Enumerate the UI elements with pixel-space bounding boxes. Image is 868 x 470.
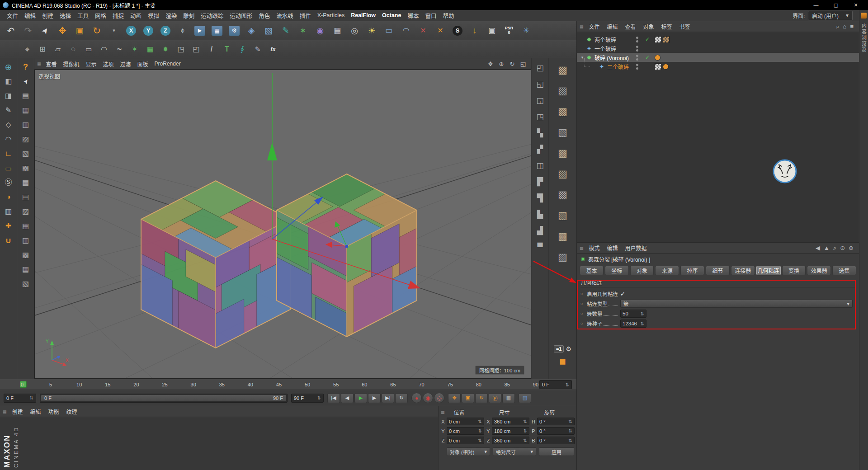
play-forward-button[interactable]: ▶ [354, 393, 367, 403]
coordinate-field[interactable]: H 0 °⇅ [531, 418, 575, 425]
zoom-view-icon[interactable]: ⊕ [496, 61, 507, 67]
dock-palette-icon[interactable]: ▞ [533, 141, 548, 157]
interface-select[interactable]: 启动 (用户) ▾ [808, 11, 853, 20]
helix-spline-button[interactable]: ∮ [235, 42, 250, 56]
viewport-menu-item[interactable]: 面板 [134, 60, 151, 68]
go-to-end-button[interactable]: ▶| [382, 393, 394, 403]
menu-item[interactable]: 脚本 [404, 11, 422, 20]
dock-palette-icon[interactable]: ▚ [533, 125, 548, 141]
menu-item[interactable]: 运动跟踪 [198, 11, 226, 20]
docked-panel-icon[interactable] [861, 13, 867, 19]
material-menu-item[interactable]: 编辑 [27, 408, 45, 415]
animation-dot-icon[interactable]: ○ [580, 291, 585, 296]
home-icon[interactable]: ⌂ [843, 23, 847, 30]
viewport-menu-item[interactable]: 选项 [100, 60, 117, 68]
spline-arc-button[interactable]: ◠ [97, 42, 111, 56]
object-tags[interactable] [655, 63, 669, 70]
dock-palette-icon[interactable]: ◲ [533, 93, 548, 108]
next-frame-button[interactable]: ▶ [368, 393, 381, 403]
quantize-button[interactable]: ⊞ [35, 42, 50, 56]
web-browser-icon[interactable]: ⊕ [1, 60, 16, 74]
undo-button[interactable]: ↶ [3, 23, 19, 39]
material-menu-item[interactable]: 创建 [9, 408, 27, 415]
animation-dot-icon[interactable]: ○ [580, 321, 585, 326]
menu-item[interactable]: 帮助 [439, 11, 457, 20]
default-cube-button[interactable]: ■ [559, 356, 566, 367]
attribute-tab[interactable]: 几何粘连 [756, 266, 781, 275]
render-picture-viewer-button[interactable]: ▦ [209, 23, 225, 39]
menu-item[interactable]: 流水线 [273, 11, 297, 20]
sculpt-icon[interactable]: Ⓢ [1, 176, 16, 189]
spline-smooth-button[interactable]: ~ [112, 42, 127, 56]
coordinate-field[interactable]: P 0 °⇅ [531, 427, 575, 435]
object-row[interactable]: ✦ 二个破碎 [577, 62, 859, 71]
object-menu-item[interactable]: 查看 [622, 23, 640, 30]
menu-item[interactable]: 雕刻 [180, 11, 198, 20]
object-row[interactable]: ▾ ✸ 破碎 (Voronoi) ✓ [577, 53, 859, 62]
object-menu-item[interactable]: 对象 [640, 23, 658, 30]
mouse-mode-icon[interactable]: ▭ [1, 161, 16, 175]
coordinate-system-button[interactable]: ⌖ [175, 23, 191, 39]
object-tags[interactable] [655, 55, 660, 61]
capture-button[interactable]: ▣ [484, 23, 500, 39]
dock-palette-icon[interactable]: ◰ [533, 60, 548, 75]
scale-tool-button[interactable]: ▣ [71, 23, 88, 39]
command-palette-icon[interactable]: ▤ [19, 190, 33, 204]
panel-grip-icon[interactable]: ▦ [580, 24, 583, 29]
keyframe-selection-button[interactable]: ◎ [434, 393, 444, 403]
go-to-start-button[interactable]: |◀ [327, 393, 340, 403]
visibility-dots[interactable] [636, 37, 638, 42]
object-row[interactable]: ✸ 两个破碎 ✓ [577, 35, 859, 44]
menu-item[interactable]: 文件 [4, 11, 21, 20]
mograph-matrix-button[interactable]: ▦ [143, 42, 157, 56]
lock-x-axis-button[interactable]: X [123, 23, 139, 39]
attribute-tab[interactable]: 对象 [630, 266, 654, 275]
modeling-dock-icon[interactable]: ▩ [552, 102, 574, 121]
material-menu-item[interactable]: 纹理 [63, 408, 81, 415]
snap-toggle-button[interactable]: ⌖ [20, 42, 34, 56]
modeling-dock-icon[interactable]: ▩ [552, 226, 574, 246]
coordinate-field[interactable]: Z 0 cm⇅ [441, 437, 484, 444]
enabled-check-icon[interactable]: ✓ [645, 36, 650, 42]
coordinate-field[interactable]: B 0 °⇅ [531, 437, 575, 444]
lock-z-axis-button[interactable]: Z [157, 23, 174, 39]
coordinate-mode-select[interactable]: 对象 (相对)▾ [447, 447, 490, 456]
command-palette-icon[interactable]: ▧ [19, 147, 33, 160]
rotate-tool-button[interactable]: ↻ [89, 23, 105, 39]
visibility-dots[interactable] [636, 64, 638, 70]
panel-grip-icon[interactable]: ▦ [37, 61, 41, 66]
object-menu-item[interactable]: 书签 [676, 23, 694, 30]
panel-grip-icon[interactable]: ▦ [3, 409, 6, 414]
previous-frame-button[interactable]: ◀ [341, 393, 354, 403]
move-tool-button[interactable]: ✥ [54, 23, 71, 39]
command-palette-icon[interactable]: ▦ [19, 103, 33, 117]
menu-item[interactable]: 捕捉 [109, 11, 127, 20]
mograph-generator-button[interactable]: ✶ [295, 23, 311, 39]
menu-item[interactable]: 工具 [74, 11, 92, 20]
live-selection-button[interactable]: ➤ [37, 23, 53, 39]
checkbox[interactable]: ✓ [620, 291, 625, 297]
material-menu-item[interactable]: 功能 [45, 408, 63, 415]
command-palette-icon[interactable]: ▦ [19, 176, 33, 189]
spline-pen-button[interactable]: ✎ [278, 23, 294, 39]
modeling-knife-button[interactable]: / [204, 42, 219, 56]
loop-mode-button[interactable]: ↻ [395, 393, 408, 403]
selection-rect-button[interactable]: ▭ [81, 42, 96, 56]
hammer-tool-icon[interactable]: ✚ [1, 219, 16, 233]
command-palette-icon[interactable]: ▤ [19, 89, 33, 103]
paint-bucket-icon[interactable]: ◑ [1, 190, 16, 204]
psr-reset-button[interactable]: PSR 0 [501, 23, 517, 39]
attribute-tab[interactable]: 基本 [580, 266, 604, 275]
timeline-options-button[interactable]: ▤ [519, 393, 531, 403]
visibility-dots[interactable] [636, 55, 638, 61]
dock-palette-icon[interactable]: ▜ [533, 190, 548, 206]
camera-button[interactable]: ◎ [346, 23, 363, 39]
attribute-tab[interactable]: 细节 [706, 266, 730, 275]
attribute-tab[interactable]: 效果器 [807, 266, 831, 275]
dock-palette-icon[interactable]: ◱ [533, 76, 548, 92]
menu-item[interactable]: Octane [379, 12, 404, 19]
coordinate-field[interactable]: Y 0 cm⇅ [441, 427, 484, 435]
menu-item[interactable]: 编辑 [21, 11, 39, 20]
plugin-emitter-button[interactable]: ✕ [415, 23, 431, 39]
tool-history-button[interactable]: ▾ [106, 23, 122, 39]
